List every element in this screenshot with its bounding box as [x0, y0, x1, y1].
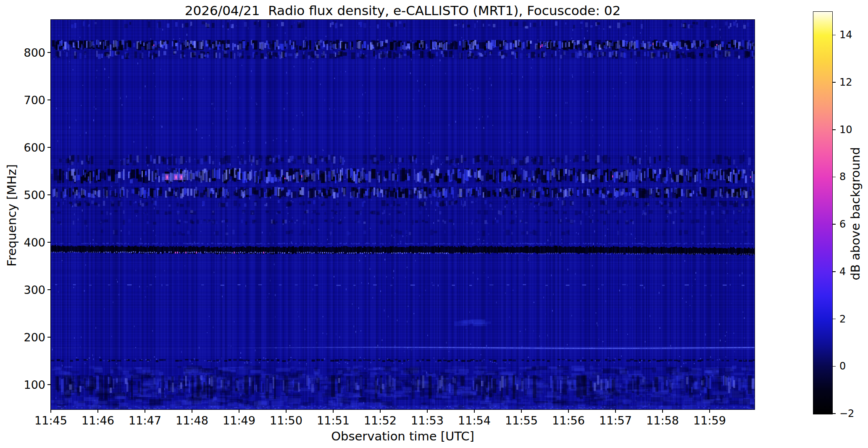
colorbar-tick-label: 12	[839, 76, 852, 88]
x-tick-mark	[568, 409, 569, 413]
y-tick-mark	[47, 337, 51, 338]
x-tick-label: 11:54	[458, 414, 491, 427]
spectrogram-plot	[50, 19, 755, 410]
y-tick-label: 200	[3, 331, 45, 344]
y-tick-label: 500	[3, 189, 45, 202]
y-tick-label: 800	[3, 46, 45, 59]
colorbar-tick-label: 2	[839, 313, 846, 325]
x-tick-mark	[380, 409, 381, 413]
x-tick-label: 11:58	[646, 414, 679, 427]
x-tick-label: 11:53	[411, 414, 444, 427]
y-tick-label: 600	[3, 141, 45, 154]
colorbar-tick-label: 0	[839, 360, 846, 372]
x-tick-mark	[286, 409, 287, 413]
y-axis-label: Frequency [MHz]	[5, 131, 19, 299]
colorbar-tick-mark	[832, 177, 836, 178]
colorbar-tick-label: 10	[839, 124, 852, 136]
y-tick-label: 300	[3, 283, 45, 296]
y-tick-mark	[47, 52, 51, 53]
x-tick-mark	[50, 409, 51, 413]
colorbar-label: dB above background	[848, 130, 863, 298]
x-tick-label: 11:45	[34, 414, 67, 427]
figure-root: 2026/04/21 Radio flux density, e-CALLIST…	[0, 0, 868, 448]
plot-title: 2026/04/21 Radio flux density, e-CALLIST…	[51, 3, 755, 18]
y-tick-mark	[47, 194, 51, 195]
x-tick-label: 11:57	[599, 414, 632, 427]
x-tick-label: 11:46	[82, 414, 114, 427]
colorbar-tick-label: 8	[839, 171, 846, 183]
x-tick-mark	[192, 409, 192, 413]
y-tick-mark	[47, 384, 51, 385]
x-tick-label: 11:50	[270, 414, 302, 427]
colorbar	[813, 11, 833, 414]
x-tick-mark	[97, 409, 98, 413]
x-tick-label: 11:49	[223, 414, 255, 427]
y-tick-label: 700	[3, 94, 45, 107]
x-tick-mark	[333, 409, 334, 413]
x-tick-mark	[521, 409, 522, 413]
x-tick-mark	[427, 409, 428, 413]
x-tick-label: 11:55	[505, 414, 538, 427]
colorbar-tick-mark	[832, 366, 836, 367]
colorbar-tick-label: 6	[839, 218, 846, 230]
colorbar-tick-mark	[832, 413, 836, 414]
spectrogram-heatmap	[51, 20, 755, 409]
colorbar-tick-mark	[832, 82, 836, 83]
x-tick-label: 11:47	[129, 414, 161, 427]
colorbar-tick-mark	[832, 224, 836, 225]
colorbar-tick-label: 14	[839, 29, 852, 41]
colorbar-tick-mark	[832, 271, 836, 272]
x-tick-label: 11:48	[176, 414, 208, 427]
y-tick-mark	[47, 289, 51, 290]
x-tick-mark	[662, 409, 663, 413]
y-tick-label: 400	[3, 236, 45, 249]
colorbar-tick-label: 4	[839, 266, 846, 278]
y-tick-mark	[47, 147, 51, 148]
colorbar-tick-label: −2	[839, 408, 854, 419]
x-tick-label: 11:52	[364, 414, 397, 427]
x-tick-label: 11:59	[693, 414, 726, 427]
colorbar-gradient	[813, 12, 832, 414]
x-tick-mark	[615, 409, 616, 413]
x-tick-mark	[474, 409, 475, 413]
x-tick-mark	[145, 409, 145, 413]
y-tick-label: 100	[3, 378, 45, 391]
x-axis-label: Observation time [UTC]	[51, 429, 755, 443]
y-tick-mark	[47, 242, 51, 243]
x-tick-label: 11:56	[552, 414, 585, 427]
y-tick-mark	[47, 100, 51, 100]
colorbar-tick-mark	[832, 129, 836, 130]
x-tick-mark	[239, 409, 239, 413]
colorbar-tick-mark	[832, 35, 836, 36]
x-tick-mark	[709, 409, 710, 413]
colorbar-tick-mark	[832, 319, 836, 320]
x-tick-label: 11:51	[317, 414, 350, 427]
